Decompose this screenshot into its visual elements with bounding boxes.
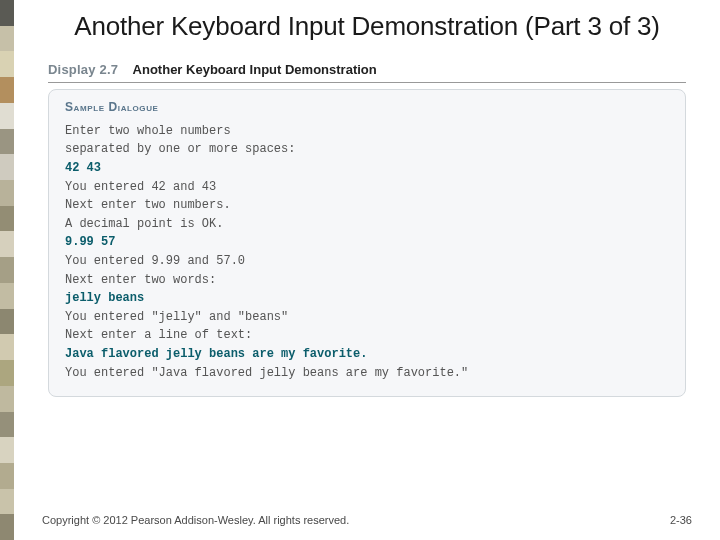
dialogue-line: You entered "Java flavored jelly beans a… [65,364,669,383]
display-block: Display 2.7 Another Keyboard Input Demon… [48,60,686,397]
dialogue-line: separated by one or more spaces: [65,140,669,159]
dialogue-line: A decimal point is OK. [65,215,669,234]
decorative-left-stripe [0,0,14,540]
slide-body: Another Keyboard Input Demonstration (Pa… [14,0,720,540]
dialogue-line: You entered 42 and 43 [65,178,669,197]
dialogue-line: 42 43 [65,159,669,178]
display-header: Display 2.7 Another Keyboard Input Demon… [48,60,686,83]
sample-dialogue-content: Enter two whole numbersseparated by one … [65,122,669,382]
dialogue-line: You entered 9.99 and 57.0 [65,252,669,271]
dialogue-line: Next enter a line of text: [65,326,669,345]
dialogue-line: You entered "jelly" and "beans" [65,308,669,327]
slide-footer: Copyright © 2012 Pearson Addison-Wesley.… [42,514,692,526]
display-label: Display 2.7 [48,62,118,77]
slide-title: Another Keyboard Input Demonstration (Pa… [42,12,692,42]
dialogue-line: jelly beans [65,289,669,308]
dialogue-line: Java flavored jelly beans are my favorit… [65,345,669,364]
copyright-text: Copyright © 2012 Pearson Addison-Wesley.… [42,514,349,526]
page-number: 2-36 [670,514,692,526]
dialogue-line: 9.99 57 [65,233,669,252]
display-title: Another Keyboard Input Demonstration [133,62,377,77]
dialogue-line: Next enter two numbers. [65,196,669,215]
sample-dialogue-label: Sample Dialogue [65,100,669,114]
dialogue-line: Next enter two words: [65,271,669,290]
sample-dialogue-box: Sample Dialogue Enter two whole numberss… [48,89,686,397]
dialogue-line: Enter two whole numbers [65,122,669,141]
